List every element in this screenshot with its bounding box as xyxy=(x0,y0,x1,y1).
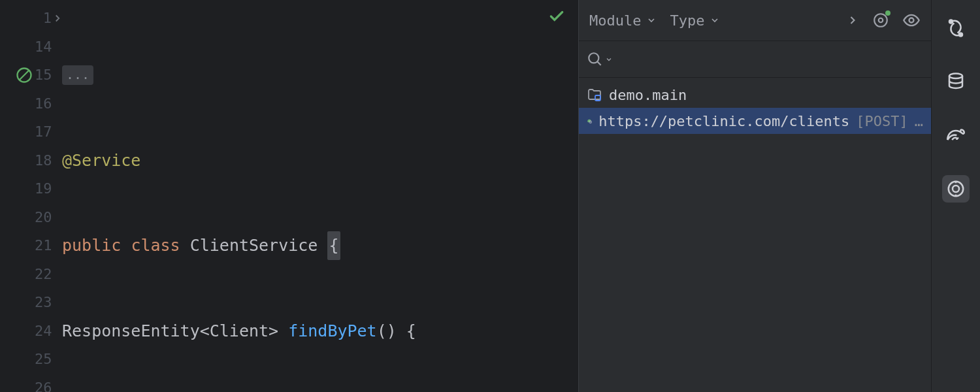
line-number: 23 xyxy=(35,294,52,310)
chevron-down-icon xyxy=(646,15,657,25)
line-number: 20 xyxy=(35,209,52,225)
svg-point-12 xyxy=(949,182,964,197)
notifications-icon[interactable] xyxy=(942,14,970,42)
svg-point-4 xyxy=(909,18,914,23)
svg-point-2 xyxy=(874,14,887,27)
line-number: 21 xyxy=(35,237,52,253)
module-label: Module xyxy=(589,12,641,29)
tree-module-item[interactable]: demo.main xyxy=(579,82,931,108)
right-tool-strip xyxy=(931,0,980,392)
editor-gutter: 1 14 15 16 17 18 19 20 21 22 23 24 25 26 xyxy=(0,0,62,392)
keyword-class: class xyxy=(131,231,180,260)
search-icon xyxy=(587,51,604,68)
line-number: 18 xyxy=(35,152,52,169)
line-number: 16 xyxy=(35,95,52,112)
line-number: 22 xyxy=(35,266,52,282)
endpoint-ellipsis: … xyxy=(915,113,923,129)
module-folder-icon xyxy=(587,87,602,103)
type-dropdown[interactable]: Type xyxy=(670,12,720,29)
svg-line-6 xyxy=(597,61,600,65)
endpoint-method: [POST] xyxy=(856,113,907,129)
check-icon[interactable] xyxy=(548,8,565,25)
svg-point-13 xyxy=(953,186,959,192)
gradle-icon[interactable] xyxy=(942,122,970,149)
svg-point-5 xyxy=(589,53,598,63)
chevron-down-icon xyxy=(710,15,720,25)
expand-icon[interactable] xyxy=(846,14,859,27)
chevron-right-icon[interactable] xyxy=(52,12,63,24)
method-name: findByPet xyxy=(288,317,376,346)
svg-point-11 xyxy=(949,74,962,79)
endpoint-url: https://petclinic.com/clients xyxy=(598,113,849,129)
endpoints-search[interactable] xyxy=(579,41,931,78)
spring-web-icon xyxy=(587,112,592,129)
return-type: ResponseEntity<Client> xyxy=(62,317,288,346)
chevron-down-icon xyxy=(605,56,613,63)
line-number: 15 xyxy=(35,67,52,83)
keyword-public: public xyxy=(62,231,121,260)
eye-icon[interactable] xyxy=(902,11,921,29)
module-dropdown[interactable]: Module xyxy=(589,12,657,29)
method-sig: () { xyxy=(377,317,416,346)
endpoints-tree: demo.main https://petclinic.com/clients … xyxy=(579,78,931,134)
openapi-icon[interactable] xyxy=(872,12,889,29)
svg-line-1 xyxy=(20,71,29,80)
endpoints-toolbar: Module Type xyxy=(579,0,931,41)
line-number: 1 xyxy=(35,10,52,26)
editor-pane: 1 14 15 16 17 18 19 20 21 22 23 24 25 26… xyxy=(0,0,578,392)
line-number: 25 xyxy=(35,351,52,367)
database-icon[interactable] xyxy=(942,68,970,95)
line-number: 14 xyxy=(35,39,52,55)
svg-point-3 xyxy=(879,18,883,23)
svg-point-9 xyxy=(949,20,953,24)
annotation: @Service xyxy=(62,146,140,175)
class-name: ClientService xyxy=(190,231,318,260)
module-name: demo.main xyxy=(609,87,687,103)
fold-marker[interactable]: ... xyxy=(62,65,93,85)
line-number: 24 xyxy=(35,323,52,339)
line-number: 17 xyxy=(35,123,52,140)
line-number: 26 xyxy=(35,380,52,392)
tree-endpoint-item[interactable]: https://petclinic.com/clients [POST] … xyxy=(579,108,931,134)
line-number: 19 xyxy=(35,180,52,197)
svg-point-10 xyxy=(959,33,962,37)
no-entry-icon[interactable] xyxy=(15,66,33,84)
open-brace: { xyxy=(327,231,340,260)
endpoints-tool-icon[interactable] xyxy=(942,175,970,203)
code-area[interactable]: ... @Service public class ClientService … xyxy=(62,0,578,392)
endpoints-panel: Module Type demo.main xyxy=(578,0,931,392)
type-label: Type xyxy=(670,12,704,29)
